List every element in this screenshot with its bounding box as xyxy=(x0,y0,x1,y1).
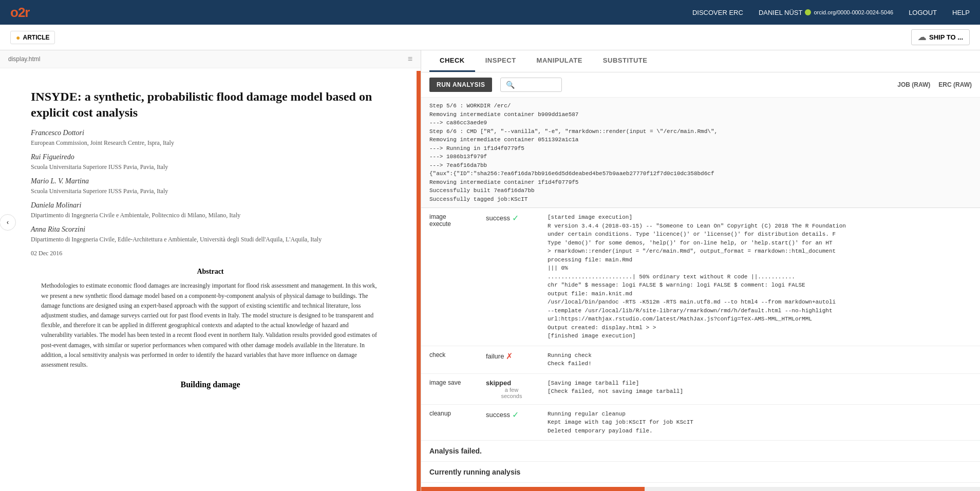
logo-o: o xyxy=(10,5,18,20)
left-panel-header: display.html ≡ xyxy=(0,50,421,68)
step-image-save-status: skipped xyxy=(486,379,537,387)
step-check-log: Running check Check failed! xyxy=(548,351,972,368)
author-2-affiliation: Scuola Universitaria Superiore IUSS Pavi… xyxy=(31,163,390,171)
section-building-damage: Building damage xyxy=(31,380,390,389)
app-logo: o2r xyxy=(10,5,29,21)
step-image-save-status-text: skipped xyxy=(486,379,511,387)
erc-raw-link[interactable]: ERC (RAW) xyxy=(938,81,972,88)
top-navigation: o2r DISCOVER ERC DANIEL NÜST orcid.org/0… xyxy=(0,0,980,25)
author-1-name: Francesco Dottori xyxy=(31,129,390,137)
author-2: Rui Figueiredo Scuola Universitaria Supe… xyxy=(31,153,390,171)
author-5-name: Anna Rita Scorzini xyxy=(31,225,390,234)
right-panel: CHECK INSPECT MANIPULATE SUBSTITUTE RUN … xyxy=(421,50,980,491)
step-cleanup-status-text: success xyxy=(486,411,510,419)
abstract-text: Methodologies to estimate economic flood… xyxy=(41,281,380,370)
author-3-name: Mario L. V. Martina xyxy=(31,177,390,185)
author-4: Daniela Molinari Dipartimento di Ingegne… xyxy=(31,201,390,219)
tab-check[interactable]: CHECK xyxy=(429,50,475,72)
orcid-icon xyxy=(805,9,811,15)
author-3-affiliation: Scuola Universitaria Superiore IUSS Pavi… xyxy=(31,187,390,195)
currently-running-title: Currently running analysis xyxy=(421,462,980,483)
filename-label: display.html xyxy=(8,55,40,63)
header-bar: ● ARTICLE ☁ SHIP TO ... xyxy=(0,25,980,50)
search-input[interactable] xyxy=(515,81,561,88)
progress-bar xyxy=(421,487,980,491)
logo-r: r xyxy=(25,5,29,20)
step-image-execute-status-text: success xyxy=(486,214,510,222)
step-check-label: check xyxy=(429,351,476,358)
step-image-execute-label: imageexecute xyxy=(429,213,476,228)
tab-inspect[interactable]: INSPECT xyxy=(475,50,526,72)
logout-link[interactable]: LOGOUT xyxy=(909,9,937,16)
user-info: DANIEL NÜST orcid.org/0000-0002-0024-504… xyxy=(759,9,893,16)
cleanup-checkmark-icon: ✓ xyxy=(512,410,519,420)
step-cleanup-label: cleanup xyxy=(429,410,476,417)
build-log-section: Step 5/6 : WORKDIR /erc/ Removing interm… xyxy=(421,98,980,208)
search-icon: 🔍 xyxy=(506,81,515,89)
main-layout: display.html ≡ ‹ INSYDE: a synthetic, pr… xyxy=(0,50,980,491)
step-check-status: failure ✗ xyxy=(486,351,537,361)
step-image-save: image save skipped a fewseconds [Saving … xyxy=(421,374,980,405)
step-cleanup: cleanup success ✓ Running regular cleanu… xyxy=(421,405,980,441)
analysis-failed-message: Analysis failed. xyxy=(421,441,980,462)
article-date: 02 Dec 2016 xyxy=(31,250,390,257)
crossmark-icon: ✗ xyxy=(506,351,513,361)
author-2-name: Rui Figueiredo xyxy=(31,153,390,161)
left-panel: display.html ≡ ‹ INSYDE: a synthetic, pr… xyxy=(0,50,421,491)
article-content: INSYDE: a synthetic, probabilistic flood… xyxy=(0,68,421,410)
ship-to-label: SHIP TO ... xyxy=(929,33,963,41)
article-badge-label: ARTICLE xyxy=(23,34,49,41)
tab-manipulate[interactable]: MANIPULATE xyxy=(526,50,593,72)
article-badge[interactable]: ● ARTICLE xyxy=(10,31,55,44)
author-4-affiliation: Dipartimento di Ingegneria Civile e Ambi… xyxy=(31,212,390,219)
ship-to-button[interactable]: ☁ SHIP TO ... xyxy=(911,29,970,45)
step-cleanup-log: Running regular cleanup Kept image with … xyxy=(548,410,972,436)
run-analysis-button[interactable]: RUN ANALYSIS xyxy=(429,78,492,92)
step-image-save-time: a fewseconds xyxy=(486,387,537,399)
author-4-name: Daniela Molinari xyxy=(31,201,390,210)
author-1-affiliation: European Commission, Joint Research Cent… xyxy=(31,139,390,147)
orange-scroll-indicator xyxy=(417,71,421,491)
tab-bar: CHECK INSPECT MANIPULATE SUBSTITUTE xyxy=(421,50,980,72)
step-image-save-label: image save xyxy=(429,379,476,386)
build-log-text: Step 5/6 : WORKDIR /erc/ Removing interm… xyxy=(421,98,980,207)
user-name: DANIEL NÜST xyxy=(759,9,802,16)
author-3: Mario L. V. Martina Scuola Universitaria… xyxy=(31,177,390,195)
check-content: Step 5/6 : WORKDIR /erc/ Removing interm… xyxy=(421,98,980,487)
discover-erc-link[interactable]: DISCOVER ERC xyxy=(692,9,743,16)
check-toolbar: RUN ANALYSIS 🔍 JOB (RAW) ERC (RAW) xyxy=(421,72,980,98)
article-title: INSYDE: a synthetic, probabilistic flood… xyxy=(31,89,390,121)
logo-2: 2 xyxy=(18,5,25,20)
progress-bar-fill xyxy=(421,487,645,491)
author-5-affiliation: Dipartimento di Ingegneria Civile, Edile… xyxy=(31,236,390,243)
job-raw-link[interactable]: JOB (RAW) xyxy=(897,81,930,88)
abstract-title: Abstract xyxy=(31,268,390,276)
menu-icon[interactable]: ≡ xyxy=(408,54,412,64)
author-5: Anna Rita Scorzini Dipartimento di Ingeg… xyxy=(31,225,390,243)
search-box: 🔍 xyxy=(500,78,562,92)
article-dot-icon: ● xyxy=(16,33,20,42)
orcid-url: orcid.org/0000-0002-0024-5046 xyxy=(814,9,893,15)
author-1: Francesco Dottori European Commission, J… xyxy=(31,129,390,147)
step-image-execute-status: success ✓ xyxy=(486,213,537,223)
step-image-save-log: [Saving image tarball file] [Check faile… xyxy=(548,379,972,396)
no-running-message: No currently running analysis. xyxy=(421,483,980,487)
tab-substitute[interactable]: SUBSTITUTE xyxy=(593,50,658,72)
checkmark-icon: ✓ xyxy=(512,213,519,223)
ship-icon: ☁ xyxy=(918,32,926,42)
step-image-execute-log: [started image execution] R version 3.4.… xyxy=(548,213,972,341)
step-check-status-text: failure xyxy=(486,352,504,360)
step-cleanup-status: success ✓ xyxy=(486,410,537,420)
step-image-execute: imageexecute success ✓ [started image ex… xyxy=(421,208,980,346)
collapse-panel-button[interactable]: ‹ xyxy=(0,214,16,231)
help-link[interactable]: HELP xyxy=(952,9,970,16)
step-check: check failure ✗ Running check Check fail… xyxy=(421,346,980,374)
